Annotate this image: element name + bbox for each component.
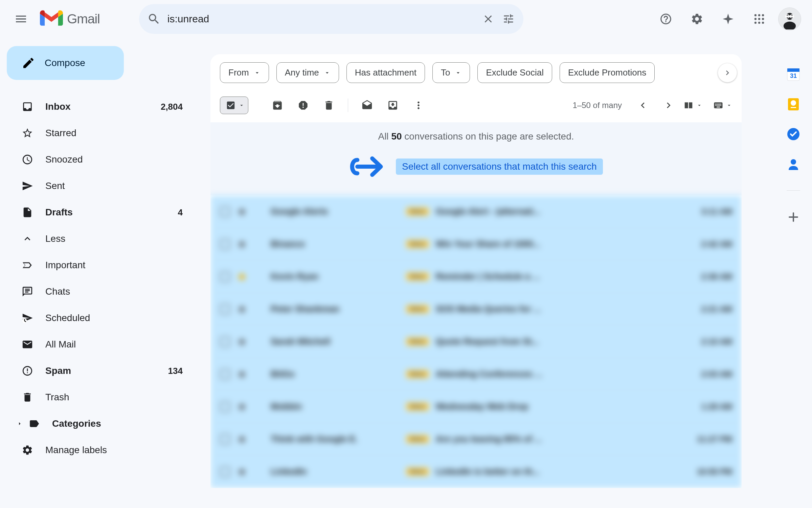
sidebar-item-allmail[interactable]: All Mail — [7, 331, 196, 358]
sidebar-item-scheduled[interactable]: Scheduled — [7, 305, 196, 331]
calendar-app-icon[interactable]: 31 — [787, 68, 800, 81]
sidebar-item-label: Manage labels — [45, 445, 183, 456]
input-tools-button[interactable] — [713, 100, 732, 110]
sidebar-item-trash[interactable]: Trash — [7, 384, 196, 410]
svg-text:31: 31 — [790, 72, 797, 79]
email-checkbox[interactable] — [220, 402, 230, 412]
email-importance-marker[interactable] — [254, 304, 264, 314]
email-importance-marker[interactable] — [254, 239, 264, 249]
more-actions-button[interactable] — [408, 94, 429, 116]
account-avatar[interactable] — [778, 7, 801, 30]
email-star-button[interactable] — [237, 207, 247, 217]
sidebar-item-spam[interactable]: Spam134 — [7, 358, 196, 384]
email-importance-marker[interactable] — [254, 434, 264, 444]
header: Gmail — [0, 0, 812, 38]
filter-chip-exclude-social[interactable]: Exclude Social — [477, 62, 552, 83]
email-row[interactable]: Peter ShankmanInboxSOS Media Queries for… — [210, 293, 742, 325]
email-checkbox[interactable] — [220, 369, 230, 379]
email-row[interactable]: LinkedInInboxLinkedIn is better on th...… — [210, 456, 742, 488]
chip-label: To — [441, 67, 450, 78]
sidebar-item-less[interactable]: Less — [7, 226, 196, 252]
next-page-button[interactable] — [658, 94, 679, 116]
filter-chip-exclude-promotions[interactable]: Exclude Promotions — [560, 62, 655, 83]
gemini-button[interactable] — [716, 7, 740, 31]
email-importance-marker[interactable] — [254, 467, 264, 477]
mark-as-read-button[interactable] — [356, 94, 378, 116]
email-row[interactable]: Kevin RyanInboxReminder | Schedule a ...… — [210, 260, 742, 293]
sidebar-item-draft[interactable]: Drafts4 — [7, 199, 196, 226]
search-icon[interactable] — [147, 12, 161, 26]
email-star-button[interactable] — [237, 369, 247, 379]
search-clear-button[interactable] — [481, 12, 495, 26]
filter-chip-from[interactable]: From — [220, 62, 269, 83]
email-list: Google AlertsInboxGoogle Alert - (altern… — [210, 195, 742, 488]
sidebar-item-send[interactable]: Sent — [7, 173, 196, 199]
email-star-button[interactable] — [237, 337, 247, 347]
sidebar-item-inbox[interactable]: Inbox2,804 — [7, 93, 196, 120]
email-label-tag: Inbox — [406, 207, 429, 216]
filter-chip-to[interactable]: To — [432, 62, 470, 83]
svg-point-2 — [762, 14, 764, 16]
add-addon-button[interactable] — [787, 210, 800, 224]
sidebar-item-important[interactable]: Important — [7, 252, 196, 278]
sidebar-item-star[interactable]: Starred — [7, 120, 196, 146]
archive-button[interactable] — [267, 94, 288, 116]
keep-app-icon[interactable] — [787, 98, 800, 111]
email-importance-marker[interactable] — [254, 272, 264, 282]
email-importance-marker[interactable] — [254, 207, 264, 217]
dropdown-arrow-icon — [254, 69, 261, 76]
sidebar-item-manage[interactable]: Manage labels — [7, 437, 196, 463]
email-checkbox[interactable] — [220, 304, 230, 314]
email-star-button[interactable] — [237, 239, 247, 249]
search-input[interactable] — [167, 13, 475, 25]
apps-button[interactable] — [747, 7, 771, 31]
sidebar-item-label: Chats — [45, 286, 183, 297]
dropdown-arrow-icon — [726, 102, 732, 108]
sidebar-item-snooze[interactable]: Snoozed — [7, 146, 196, 173]
help-button[interactable] — [654, 7, 678, 31]
email-checkbox[interactable] — [220, 207, 230, 217]
email-row[interactable]: Think with Google E.InboxAre you leaving… — [210, 423, 742, 456]
email-importance-marker[interactable] — [254, 369, 264, 379]
email-checkbox[interactable] — [220, 239, 230, 249]
email-importance-marker[interactable] — [254, 337, 264, 347]
email-star-button[interactable] — [237, 434, 247, 444]
svg-point-7 — [758, 22, 760, 24]
report-spam-button[interactable] — [292, 94, 314, 116]
email-checkbox[interactable] — [220, 272, 230, 282]
email-row[interactable]: BinanceInboxWin Your Share of 1000...2:4… — [210, 228, 742, 260]
email-row[interactable]: Sarah MitchellInboxQuote Request from St… — [210, 325, 742, 358]
gmail-logo[interactable]: Gmail — [40, 10, 100, 28]
contacts-app-icon[interactable] — [787, 157, 800, 171]
toggle-split-pane-button[interactable] — [683, 100, 702, 110]
email-row[interactable]: BitGoInboxAttending Conferences ...2:03 … — [210, 358, 742, 390]
delete-button[interactable] — [318, 94, 340, 116]
sidebar-item-chats[interactable]: Chats — [7, 278, 196, 305]
sidebar-item-categories[interactable]: Categories — [7, 410, 196, 437]
email-star-button[interactable] — [237, 304, 247, 314]
filter-chip-has-attachment[interactable]: Has attachment — [346, 62, 425, 83]
email-star-button[interactable] — [237, 467, 247, 477]
sidebar-item-count: 4 — [178, 207, 183, 218]
email-star-button[interactable] — [237, 402, 247, 412]
tasks-app-icon[interactable] — [787, 127, 800, 141]
email-row[interactable]: MobbinInboxWednesday Web Drop1:29 AM — [210, 390, 742, 423]
select-all-matching-link[interactable]: Select all conversations that match this… — [396, 158, 603, 175]
main-menu-button[interactable] — [7, 5, 35, 33]
compose-button[interactable]: Compose — [7, 46, 124, 80]
email-importance-marker[interactable] — [254, 402, 264, 412]
select-all-checkbox[interactable] — [220, 97, 248, 114]
email-checkbox[interactable] — [220, 467, 230, 477]
email-row[interactable]: Google AlertsInboxGoogle Alert - (altern… — [210, 195, 742, 228]
email-checkbox[interactable] — [220, 337, 230, 347]
filter-scroll-right-button[interactable] — [718, 63, 737, 82]
filter-chip-any-time[interactable]: Any time — [276, 62, 339, 83]
move-to-inbox-button[interactable] — [382, 94, 404, 116]
email-checkbox[interactable] — [220, 434, 230, 444]
prev-page-button[interactable] — [632, 94, 654, 116]
settings-button[interactable] — [685, 7, 709, 31]
search-options-button[interactable] — [502, 12, 515, 26]
header-actions — [654, 7, 801, 31]
svg-point-6 — [754, 22, 757, 24]
email-star-button[interactable] — [237, 272, 247, 282]
